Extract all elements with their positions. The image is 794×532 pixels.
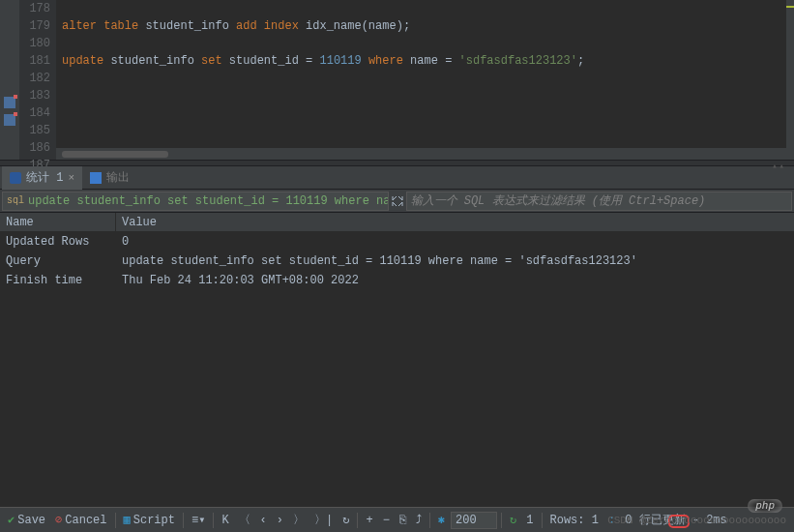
tab-label: 统计 1 bbox=[26, 169, 63, 186]
line-number: 182 bbox=[19, 70, 50, 87]
auto-refresh-icon[interactable]: ↻ bbox=[506, 513, 520, 527]
tab-output[interactable]: 输出 bbox=[82, 166, 137, 190]
update-info: 0 行已更新 - 2ms bbox=[621, 512, 731, 528]
php-badge: php bbox=[748, 499, 782, 513]
row-value: 0 bbox=[116, 232, 794, 251]
reload-icon[interactable]: ↻ bbox=[338, 513, 353, 527]
sql-badge: sql bbox=[7, 195, 24, 206]
rows-label: Rows: 1 bbox=[546, 514, 603, 527]
inspection-stripe bbox=[786, 0, 794, 160]
rows-badge: 1 bbox=[522, 514, 537, 527]
clone-row-icon[interactable]: ⎘ bbox=[396, 514, 410, 527]
row-name: Finish time bbox=[0, 271, 116, 290]
cancel-icon: ⊘ bbox=[55, 513, 62, 527]
table-row[interactable]: Finish time Thu Feb 24 11:20:03 GMT+08:0… bbox=[0, 271, 794, 290]
column-header-value[interactable]: Value bbox=[116, 213, 794, 231]
page-size-input[interactable] bbox=[451, 512, 497, 529]
line-number: 183 bbox=[19, 87, 50, 104]
prev-page-icon[interactable]: 〈 bbox=[235, 512, 254, 528]
code-line bbox=[62, 35, 786, 52]
tab-stats[interactable]: 统计 1 × bbox=[2, 166, 82, 190]
row-name: Query bbox=[0, 251, 116, 271]
next-page-icon[interactable]: 〉 bbox=[289, 512, 309, 528]
line-number: 180 bbox=[19, 35, 50, 52]
status-bar: ✔Save ⊘Cancel ▦Script ≡▾ K 〈 ‹ › 〉 〉| ↻ … bbox=[0, 507, 794, 532]
query-filter-bar: sql update student_info set student_id =… bbox=[0, 190, 794, 213]
close-icon[interactable]: × bbox=[68, 172, 74, 184]
line-number: 179 bbox=[19, 17, 50, 35]
column-header-name[interactable]: Name bbox=[0, 213, 116, 231]
filter-input[interactable]: 输入一个 SQL 表达式来过滤结果 (使用 Ctrl+Space) bbox=[406, 192, 793, 211]
horizontal-scrollbar[interactable] bbox=[56, 148, 786, 160]
tab-label: 输出 bbox=[106, 169, 130, 186]
result-table-body: Updated Rows 0 Query update student_info… bbox=[0, 232, 794, 488]
executed-query-text: update student_info set student_id = 110… bbox=[28, 194, 388, 208]
script-icon: ▦ bbox=[124, 513, 131, 527]
code-editor: 178 179 180 181 182 183 184 185 186 187 … bbox=[0, 0, 794, 160]
line-number-gutter: 178 179 180 181 182 183 184 185 186 187 bbox=[19, 0, 56, 160]
delete-row-icon[interactable]: − bbox=[379, 514, 394, 527]
cancel-button[interactable]: ⊘Cancel bbox=[51, 513, 110, 527]
output-icon bbox=[90, 172, 102, 184]
result-tabs: 统计 1 × 输出 bbox=[0, 166, 794, 190]
row-value: Thu Feb 24 11:20:03 GMT+08:00 2022 bbox=[116, 271, 794, 290]
page-size-icon: ✱ bbox=[434, 513, 449, 527]
add-row-icon[interactable]: + bbox=[362, 514, 376, 527]
stats-icon bbox=[10, 172, 21, 184]
last-page-icon[interactable]: 〉| bbox=[310, 512, 337, 528]
prev-row-icon[interactable]: ‹ bbox=[256, 514, 271, 527]
info-icon[interactable]: : bbox=[604, 514, 619, 527]
line-number: 186 bbox=[19, 139, 50, 157]
settings-menu-icon[interactable]: ≡▾ bbox=[188, 513, 209, 527]
row-value: update student_info set student_id = 110… bbox=[116, 251, 794, 271]
code-area[interactable]: alter table student_info add index idx_n… bbox=[56, 0, 786, 160]
row-name: Updated Rows bbox=[0, 232, 116, 251]
executed-query-box[interactable]: sql update student_info set student_id =… bbox=[2, 192, 389, 211]
line-number: 185 bbox=[19, 122, 50, 139]
table-row[interactable]: Updated Rows 0 bbox=[0, 232, 794, 251]
table-row[interactable]: Query update student_info set student_id… bbox=[0, 251, 794, 271]
code-line: alter table student_info add index idx_n… bbox=[62, 17, 786, 35]
filter-placeholder: 输入一个 SQL 表达式来过滤结果 (使用 Ctrl+Space) bbox=[411, 192, 706, 209]
tool-window-bar bbox=[0, 0, 19, 160]
doc-icon[interactable] bbox=[4, 114, 15, 126]
code-line bbox=[62, 0, 786, 17]
script-button[interactable]: ▦Script bbox=[120, 513, 179, 527]
doc-icon[interactable] bbox=[4, 97, 15, 108]
check-icon: ✔ bbox=[8, 513, 15, 527]
save-button[interactable]: ✔Save bbox=[4, 513, 49, 527]
line-number: 184 bbox=[19, 104, 50, 122]
export-icon[interactable]: ⤴ bbox=[412, 513, 426, 527]
code-line: update student_info set student_id = 110… bbox=[62, 52, 786, 70]
next-row-icon[interactable]: › bbox=[273, 514, 287, 527]
line-number: 178 bbox=[19, 0, 50, 17]
first-page-icon[interactable]: K bbox=[218, 514, 232, 527]
result-table-header: Name Value bbox=[0, 213, 794, 232]
expand-icon[interactable] bbox=[391, 194, 404, 208]
line-number: 181 bbox=[19, 52, 50, 70]
